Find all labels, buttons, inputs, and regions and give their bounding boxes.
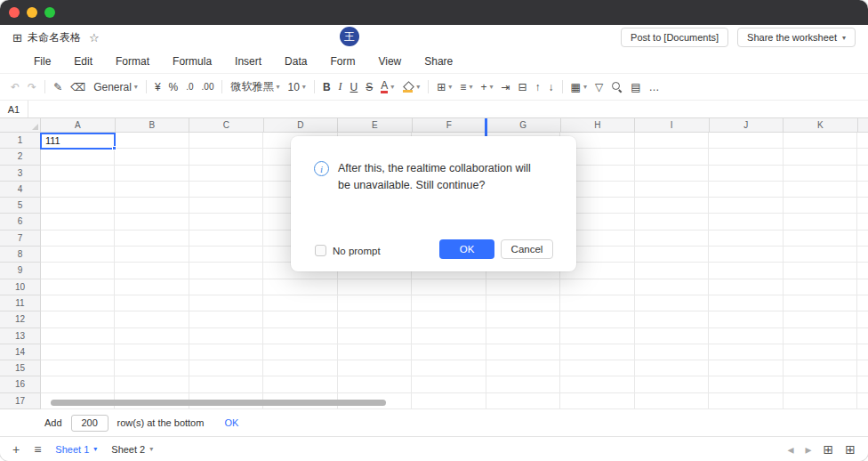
- freeze-panes-button[interactable]: ▤: [631, 81, 640, 93]
- row-header-17[interactable]: 17: [0, 393, 41, 409]
- menu-item-share[interactable]: Share: [424, 55, 453, 68]
- sort-descending-button[interactable]: ↓: [549, 81, 554, 93]
- column-header-c[interactable]: C: [189, 118, 264, 132]
- row-cells[interactable]: [41, 279, 868, 295]
- column-header-e[interactable]: E: [338, 118, 413, 132]
- decrease-decimal-button[interactable]: .0: [186, 82, 193, 92]
- more-button[interactable]: …: [648, 81, 659, 93]
- add-sheet-button[interactable]: +: [12, 443, 20, 456]
- undo-button[interactable]: ↶: [11, 81, 20, 93]
- format-painter-button[interactable]: ✎: [53, 81, 62, 93]
- row-header-13[interactable]: 13: [0, 328, 41, 344]
- ok-button[interactable]: OK: [439, 239, 494, 259]
- bold-button[interactable]: B: [323, 81, 331, 93]
- column-header-d[interactable]: D: [264, 118, 339, 132]
- checkbox-icon[interactable]: [315, 245, 326, 256]
- star-icon[interactable]: ☆: [89, 31, 100, 44]
- menu-item-formula[interactable]: Formula: [173, 55, 212, 68]
- text-direction-button[interactable]: ⇥: [501, 81, 510, 93]
- redo-button[interactable]: ↷: [28, 81, 36, 93]
- menu-item-form[interactable]: Form: [330, 55, 355, 68]
- fill-color-button[interactable]: ▾: [402, 82, 420, 93]
- add-rows-ok-button[interactable]: OK: [224, 417, 238, 428]
- formula-input[interactable]: [28, 101, 868, 117]
- font-name-dropdown[interactable]: 微软雅黑 ▾: [230, 79, 279, 94]
- column-header-b[interactable]: B: [116, 118, 190, 132]
- row-count-input[interactable]: [71, 415, 108, 432]
- search-button[interactable]: [611, 81, 623, 93]
- cancel-button[interactable]: Cancel: [501, 239, 553, 259]
- column-header-k[interactable]: K: [784, 118, 858, 132]
- row-cells[interactable]: [41, 328, 868, 344]
- number-format-dropdown[interactable]: General ▾: [93, 81, 138, 93]
- increase-decimal-button[interactable]: .00: [202, 82, 214, 92]
- share-worksheet-button[interactable]: Share the worksheet ▾: [737, 28, 856, 47]
- row-header-7[interactable]: 7: [0, 230, 41, 247]
- no-prompt-checkbox[interactable]: No prompt: [315, 245, 381, 256]
- row-cells[interactable]: [41, 311, 868, 328]
- column-header-f[interactable]: F: [413, 118, 487, 132]
- sheet-list-button[interactable]: ≡: [34, 443, 41, 456]
- row-header-9[interactable]: 9: [0, 263, 41, 279]
- row-cells[interactable]: [41, 344, 868, 360]
- row-header-14[interactable]: 14: [0, 344, 41, 360]
- select-all-corner[interactable]: [0, 118, 41, 132]
- menu-item-data[interactable]: Data: [285, 55, 307, 68]
- italic-button[interactable]: I: [339, 80, 342, 93]
- minimize-button[interactable]: [27, 7, 37, 18]
- align-button[interactable]: ≡ ▾: [460, 81, 472, 93]
- conditional-format-button[interactable]: ▦ ▾: [571, 81, 587, 93]
- row-header-4[interactable]: 4: [0, 182, 41, 198]
- borders-button[interactable]: ⊞ ▾: [437, 81, 452, 93]
- tab-sheet-1[interactable]: Sheet 1 ▾: [55, 444, 97, 455]
- row-header-12[interactable]: 12: [0, 311, 41, 328]
- row-header-3[interactable]: 3: [0, 166, 41, 182]
- strikethrough-button[interactable]: S: [366, 81, 373, 93]
- merge-cells-button[interactable]: ⊟: [518, 81, 526, 93]
- row-header-6[interactable]: 6: [0, 214, 41, 230]
- close-button[interactable]: [9, 7, 20, 18]
- sheet-grid-icon[interactable]: ⊞: [824, 443, 834, 456]
- column-header-j[interactable]: J: [710, 118, 784, 132]
- row-header-1[interactable]: 1: [0, 133, 41, 149]
- font-size-dropdown[interactable]: 10 ▾: [288, 81, 306, 93]
- menu-item-view[interactable]: View: [378, 55, 401, 68]
- sort-ascending-button[interactable]: ↑: [535, 81, 541, 93]
- column-header-a[interactable]: A: [41, 118, 116, 132]
- insert-button[interactable]: + ▾: [480, 81, 493, 93]
- selected-cell-a1[interactable]: 111: [40, 133, 116, 150]
- row-header-5[interactable]: 5: [0, 198, 41, 214]
- currency-format-button[interactable]: ¥: [155, 81, 161, 93]
- horizontal-scrollbar[interactable]: [51, 400, 386, 406]
- fill-handle[interactable]: [112, 146, 117, 150]
- next-sheet-icon[interactable]: ▸: [806, 443, 812, 456]
- row-cells[interactable]: [41, 360, 868, 376]
- row-header-2[interactable]: 2: [0, 149, 41, 165]
- menu-item-insert[interactable]: Insert: [235, 55, 261, 68]
- font-color-button[interactable]: A ▾: [381, 80, 394, 93]
- avatar[interactable]: 王: [340, 27, 359, 46]
- row-header-16[interactable]: 16: [0, 376, 41, 392]
- row-header-11[interactable]: 11: [0, 295, 41, 311]
- row-cells[interactable]: [41, 376, 868, 392]
- menu-item-format[interactable]: Format: [116, 55, 149, 68]
- column-header-h[interactable]: H: [561, 118, 636, 132]
- percent-format-button[interactable]: %: [169, 81, 179, 93]
- row-header-10[interactable]: 10: [0, 279, 41, 295]
- column-header-g[interactable]: G: [486, 118, 561, 132]
- cell-name-box[interactable]: A1: [0, 101, 28, 117]
- tab-sheet-2[interactable]: Sheet 2 ▾: [111, 444, 153, 455]
- column-header-i[interactable]: I: [635, 118, 710, 132]
- underline-button[interactable]: U: [350, 81, 358, 93]
- menu-item-edit[interactable]: Edit: [74, 55, 92, 68]
- post-to-documents-button[interactable]: Post to [Documents]: [621, 28, 728, 47]
- row-cells[interactable]: [41, 295, 868, 311]
- zoom-button[interactable]: [44, 7, 55, 18]
- clear-format-button[interactable]: ⌫: [70, 81, 85, 93]
- row-header-8[interactable]: 8: [0, 247, 41, 263]
- filter-button[interactable]: ▽: [595, 81, 603, 93]
- new-view-icon[interactable]: ⊞: [845, 443, 856, 456]
- row-header-15[interactable]: 15: [0, 360, 41, 376]
- menu-item-file[interactable]: File: [34, 55, 51, 68]
- prev-sheet-icon[interactable]: ◂: [787, 443, 793, 456]
